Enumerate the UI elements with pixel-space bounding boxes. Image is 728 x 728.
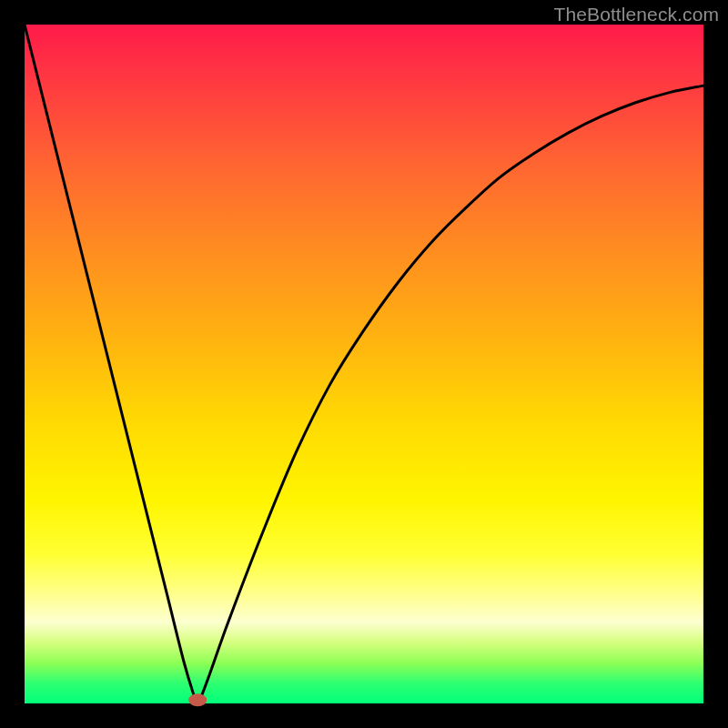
bottleneck-curve	[25, 25, 703, 703]
minimum-marker-icon	[188, 693, 207, 706]
chart-frame: TheBottleneck.com	[0, 0, 728, 728]
curve-layer	[25, 25, 703, 703]
watermark-label: TheBottleneck.com	[554, 4, 719, 25]
